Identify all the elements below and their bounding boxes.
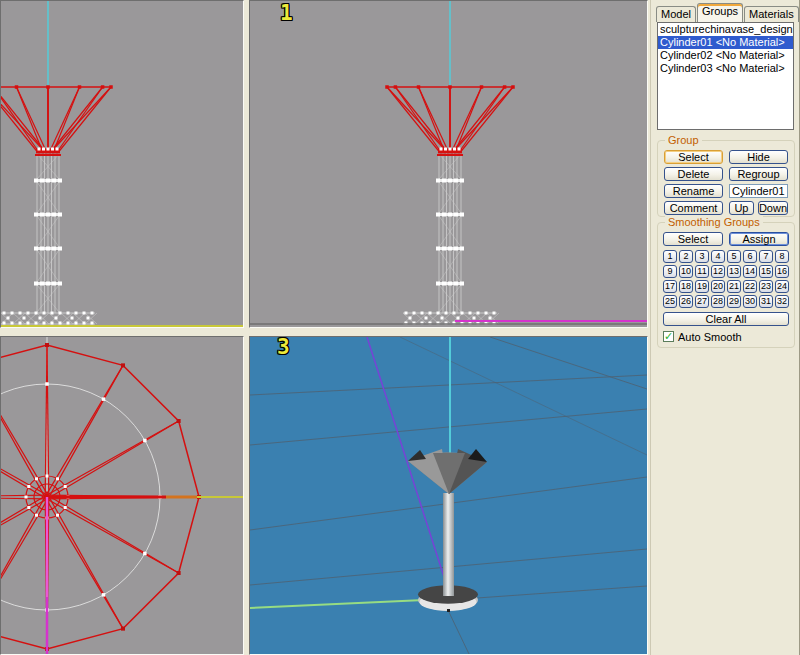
comment-button[interactable]: Comment	[664, 201, 723, 215]
viewport-3d-view[interactable]: 3	[249, 336, 648, 655]
smoothing-group-3-button[interactable]: 3	[695, 250, 709, 263]
smoothing-group-9-button[interactable]: 9	[663, 265, 677, 278]
smoothing-group-2-button[interactable]: 2	[679, 250, 693, 263]
smoothing-group-10-button[interactable]: 10	[679, 265, 693, 278]
app-window: 1 3 ModelGroupsMaterialsJoints sculpture…	[0, 0, 800, 655]
smoothing-group-25-button[interactable]: 25	[663, 295, 677, 308]
tab-bar: ModelGroupsMaterialsJoints	[656, 3, 796, 22]
tab-model[interactable]: Model	[656, 6, 696, 22]
front-wireframe-canvas	[1, 1, 243, 327]
top-wireframe-canvas	[1, 337, 243, 654]
smoothing-group-31-button[interactable]: 31	[759, 295, 773, 308]
smoothing-group-7-button[interactable]: 7	[759, 250, 773, 263]
smoothing-group-12-button[interactable]: 12	[711, 265, 725, 278]
tab-materials[interactable]: Materials	[744, 6, 799, 22]
smoothing-group-29-button[interactable]: 29	[727, 295, 741, 308]
smoothing-group-32-button[interactable]: 32	[775, 295, 789, 308]
regroup-button[interactable]: Regroup	[729, 167, 788, 181]
smoothing-groups-section: Smoothing Groups Select Assign 123456789…	[657, 222, 795, 348]
smoothing-group-8-button[interactable]: 8	[775, 250, 789, 263]
smoothing-group-23-button[interactable]: 23	[759, 280, 773, 293]
group-section: Group Select Hide Delete Regroup Rename …	[657, 140, 795, 217]
viewport-front-right[interactable]: 1	[249, 0, 648, 328]
side-panel: ModelGroupsMaterialsJoints sculpturechin…	[650, 0, 800, 655]
list-item[interactable]: Cylinder03 <No Material>	[658, 62, 793, 75]
auto-smooth-checkbox[interactable]: ✓	[663, 331, 674, 342]
smoothing-number-grid: 1234567891011121314151617181920212223242…	[663, 250, 789, 308]
smoothing-group-17-button[interactable]: 17	[663, 280, 677, 293]
viewport-number-label: 3	[277, 337, 290, 358]
smoothing-group-15-button[interactable]: 15	[759, 265, 773, 278]
smoothing-section-title: Smoothing Groups	[665, 216, 763, 228]
checkmark-icon: ✓	[664, 331, 673, 342]
list-item[interactable]: Cylinder02 <No Material>	[658, 49, 793, 62]
front-wireframe-canvas	[250, 1, 647, 327]
delete-button[interactable]: Delete	[664, 167, 723, 181]
list-item[interactable]: Cylinder01 <No Material>	[658, 36, 793, 49]
smoothing-group-21-button[interactable]: 21	[727, 280, 741, 293]
hide-button[interactable]: Hide	[729, 150, 788, 164]
shaded-3d-canvas	[250, 337, 647, 654]
smoothing-group-26-button[interactable]: 26	[679, 295, 693, 308]
rename-input[interactable]	[729, 184, 788, 198]
smoothing-group-13-button[interactable]: 13	[727, 265, 741, 278]
down-button[interactable]: Down	[758, 201, 788, 215]
list-item[interactable]: sculpturechinavase_design <No Mater	[658, 23, 793, 36]
smoothing-group-18-button[interactable]: 18	[679, 280, 693, 293]
select-button[interactable]: Select	[664, 150, 723, 164]
smoothing-group-5-button[interactable]: 5	[727, 250, 741, 263]
smoothing-group-19-button[interactable]: 19	[695, 280, 709, 293]
tab-groups[interactable]: Groups	[697, 3, 743, 22]
clear-all-button[interactable]: Clear All	[663, 312, 789, 326]
smoothing-assign-button[interactable]: Assign	[729, 232, 789, 246]
rename-button[interactable]: Rename	[664, 184, 723, 198]
smoothing-group-14-button[interactable]: 14	[743, 265, 757, 278]
smoothing-group-22-button[interactable]: 22	[743, 280, 757, 293]
smoothing-group-4-button[interactable]: 4	[711, 250, 725, 263]
smoothing-group-27-button[interactable]: 27	[695, 295, 709, 308]
auto-smooth-label: Auto Smooth	[678, 331, 742, 343]
group-section-title: Group	[665, 134, 702, 146]
groups-listbox[interactable]: sculpturechinavase_design <No MaterCylin…	[657, 22, 794, 130]
smoothing-group-30-button[interactable]: 30	[743, 295, 757, 308]
up-button[interactable]: Up	[729, 201, 754, 215]
smoothing-group-20-button[interactable]: 20	[711, 280, 725, 293]
smoothing-group-24-button[interactable]: 24	[775, 280, 789, 293]
smoothing-select-button[interactable]: Select	[663, 232, 723, 246]
viewport-number-label: 1	[280, 3, 293, 24]
smoothing-group-28-button[interactable]: 28	[711, 295, 725, 308]
smoothing-group-16-button[interactable]: 16	[775, 265, 789, 278]
smoothing-group-1-button[interactable]: 1	[663, 250, 677, 263]
viewport-front-left[interactable]	[0, 0, 244, 328]
viewport-top-view[interactable]	[0, 336, 244, 655]
smoothing-group-11-button[interactable]: 11	[695, 265, 709, 278]
smoothing-group-6-button[interactable]: 6	[743, 250, 757, 263]
